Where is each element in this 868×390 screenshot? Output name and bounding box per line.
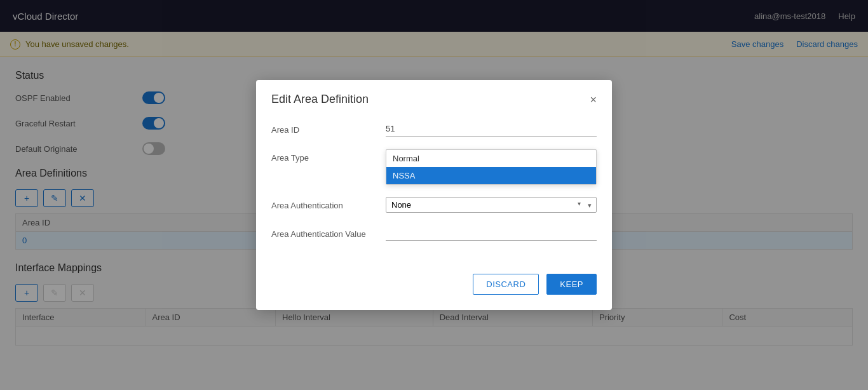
modal-header: Edit Area Definition × [256,80,612,116]
area-auth-form-row: Area Authentication None ▾ [271,197,597,213]
area-type-form-label: Area Type [271,149,386,163]
area-auth-select-wrap: None ▾ [386,197,597,213]
area-id-input-wrap [386,121,597,137]
area-type-form-row: Area Type Normal ▾ Normal NSSA [271,149,597,165]
modal-footer: DISCARD KEEP [256,269,612,310]
area-id-form-label: Area ID [271,121,386,135]
modal-close-button[interactable]: × [590,94,597,105]
modal-title: Edit Area Definition [271,93,369,106]
modal-overlay: Edit Area Definition × Area ID Area Type… [0,0,868,358]
area-auth-value-input[interactable] [386,225,597,241]
area-auth-value-input-wrap [386,225,597,241]
auth-dropdown-arrow-icon: ▾ [578,200,581,207]
area-auth-form-label: Area Authentication [271,197,386,210]
area-type-select-wrap: Normal ▾ Normal NSSA [386,149,597,165]
discard-button[interactable]: DISCARD [473,274,539,295]
edit-area-modal: Edit Area Definition × Area ID Area Type… [256,80,612,310]
area-auth-value-label: Area Authentication Value [271,225,386,239]
area-auth-select[interactable]: None ▾ [386,197,597,213]
area-auth-value-form-row: Area Authentication Value [271,225,597,241]
keep-button[interactable]: KEEP [546,274,597,295]
dropdown-item-nssa[interactable]: NSSA [386,167,596,184]
area-id-input[interactable] [386,121,597,137]
dropdown-item-normal[interactable]: Normal [386,150,596,167]
area-id-form-row: Area ID [271,121,597,137]
modal-body: Area ID Area Type Normal ▾ Normal NSSA [256,116,612,269]
area-type-dropdown: Normal NSSA [386,149,597,185]
